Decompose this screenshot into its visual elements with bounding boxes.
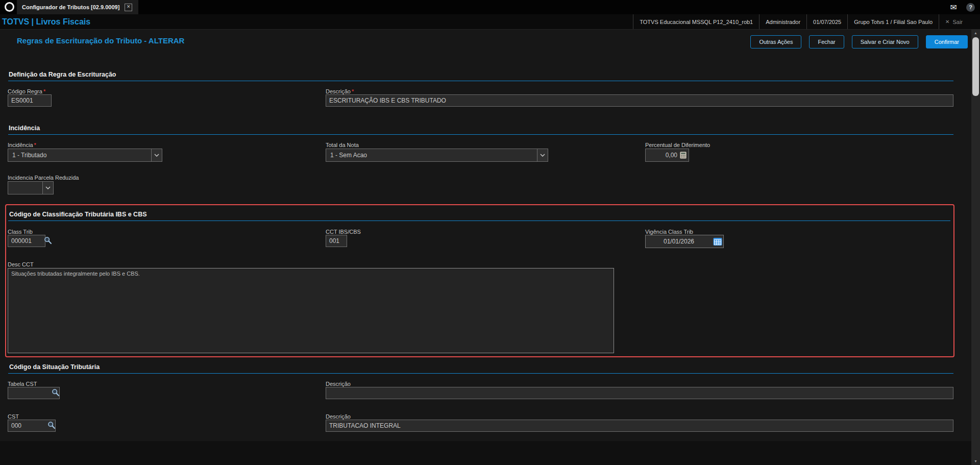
total-nota-label: Total da Nota — [326, 142, 359, 148]
scrollbar-thumb[interactable] — [972, 37, 979, 96]
class-trib-input[interactable] — [8, 235, 45, 247]
total-nota-select[interactable]: 1 - Sem Acao — [326, 149, 548, 162]
descricao-regra-input[interactable] — [326, 94, 953, 107]
titlebar-icons: ✉ ? — [950, 0, 975, 14]
window-titlebar: Configurador de Tributos [02.9.0009] ✕ ✉… — [0, 0, 980, 14]
diferimento-label: Percentual de Diferimento — [645, 142, 710, 148]
section-title-definicao: Definição da Regra de Escrituração — [9, 71, 116, 78]
section-title-cst: Código da Situação Tributária — [9, 363, 100, 371]
page-title: Regras de Escrituração do Tributo - ALTE… — [17, 36, 184, 45]
mail-icon[interactable]: ✉ — [950, 3, 957, 12]
cst-search-icon[interactable] — [47, 421, 56, 429]
cst-label: CST — [8, 413, 19, 420]
section-title-incidencia: Incidência — [9, 125, 40, 132]
tab-configurador-tributos[interactable]: Configurador de Tributos [02.9.0009] ✕ — [17, 0, 138, 14]
vigencia-label: Vigência Class Trib — [645, 229, 693, 235]
class-trib-label: Class Trib — [8, 229, 33, 235]
confirm-button[interactable]: Confirmar — [926, 35, 968, 48]
cct-ibs-cbs-input[interactable] — [326, 235, 347, 247]
section-divider — [8, 81, 953, 81]
app-window: Configurador de Tributos [02.9.0009] ✕ ✉… — [0, 0, 980, 465]
parcela-reduzida-select-value — [8, 182, 42, 194]
save-and-new-button[interactable]: Salvar e Criar Novo — [852, 35, 918, 48]
calendar-icon[interactable] — [712, 237, 723, 246]
section-divider — [8, 134, 953, 135]
tabela-descricao-label: Descrição — [326, 381, 351, 387]
required-marker: * — [352, 88, 354, 94]
tab-close-icon[interactable]: ✕ — [125, 4, 132, 11]
branch-info: Grupo Totvs 1 / Filial Sao Paulo — [847, 14, 939, 29]
app-header: TOTVS | Livros Fiscais TOTVS Educacional… — [0, 14, 980, 30]
calculator-icon[interactable] — [680, 152, 687, 159]
desc-cct-label: Desc CCT — [8, 261, 34, 267]
required-marker: * — [34, 142, 36, 148]
chevron-down-icon — [42, 182, 53, 194]
date-info: 01/07/2025 — [806, 14, 847, 29]
section-title-cct: Código de Classificação Tributária IBS e… — [9, 211, 147, 218]
total-nota-select-value: 1 - Sem Acao — [326, 149, 537, 161]
incidencia-label: Incidência* — [8, 142, 36, 148]
exit-label: Sair — [952, 19, 963, 25]
codigo-regra-label: Código Regra* — [8, 88, 45, 94]
parcela-reduzida-label: Incidencia Parcela Reduzida — [8, 175, 79, 181]
environment-info: TOTVS Educacional MSSQL P12_2410_rob1 — [633, 14, 759, 29]
vigencia-date-value: 01/01/2026 — [646, 238, 712, 245]
scroll-up-icon[interactable]: ▲ — [971, 31, 980, 35]
class-trib-search-icon[interactable] — [44, 236, 52, 244]
app-brand: TOTVS | Livros Fiscais — [2, 17, 90, 27]
tabela-cst-label: Tabela CST — [8, 381, 37, 387]
required-marker: * — [43, 88, 45, 94]
session-info-strip: TOTVS Educacional MSSQL P12_2410_rob1 Ad… — [633, 14, 969, 29]
descricao-regra-label: Descrição* — [326, 88, 354, 94]
close-icon: ✕ — [945, 19, 949, 25]
tab-label: Configurador de Tributos [02.9.0009] — [22, 4, 119, 10]
close-button[interactable]: Fechar — [809, 35, 844, 48]
content-panel — [0, 30, 971, 441]
totvs-logo-icon — [5, 2, 14, 12]
other-actions-button[interactable]: Outras Ações — [750, 35, 801, 48]
section-divider — [8, 373, 953, 374]
incidencia-select-value: 1 - Tributado — [8, 149, 151, 161]
section-divider — [8, 221, 950, 221]
tabela-descricao-input[interactable] — [326, 387, 953, 399]
tabela-cst-search-icon[interactable] — [52, 388, 60, 397]
cst-descricao-label: Descrição — [326, 413, 351, 420]
user-info: Administrador — [759, 14, 806, 29]
chevron-down-icon — [151, 149, 162, 161]
codigo-regra-input[interactable] — [8, 94, 52, 107]
cst-descricao-input[interactable] — [326, 420, 953, 432]
parcela-reduzida-select[interactable] — [8, 181, 54, 194]
toolbar-actions: Outras Ações Fechar Salvar e Criar Novo … — [750, 35, 968, 48]
incidencia-select[interactable]: 1 - Tributado — [8, 149, 162, 162]
vigencia-date-field[interactable]: 01/01/2026 — [645, 235, 724, 248]
exit-button[interactable]: ✕ Sair — [939, 14, 969, 29]
help-icon[interactable]: ? — [966, 3, 975, 12]
chevron-down-icon — [537, 149, 548, 161]
footer-band — [0, 441, 971, 465]
scroll-down-icon[interactable]: ▼ — [971, 459, 980, 463]
vertical-scrollbar[interactable]: ▲ ▼ — [971, 29, 980, 465]
desc-cct-textarea[interactable]: Situações tributadas integralmente pelo … — [8, 268, 614, 353]
cct-ibs-cbs-label: CCT IBS/CBS — [326, 229, 361, 235]
